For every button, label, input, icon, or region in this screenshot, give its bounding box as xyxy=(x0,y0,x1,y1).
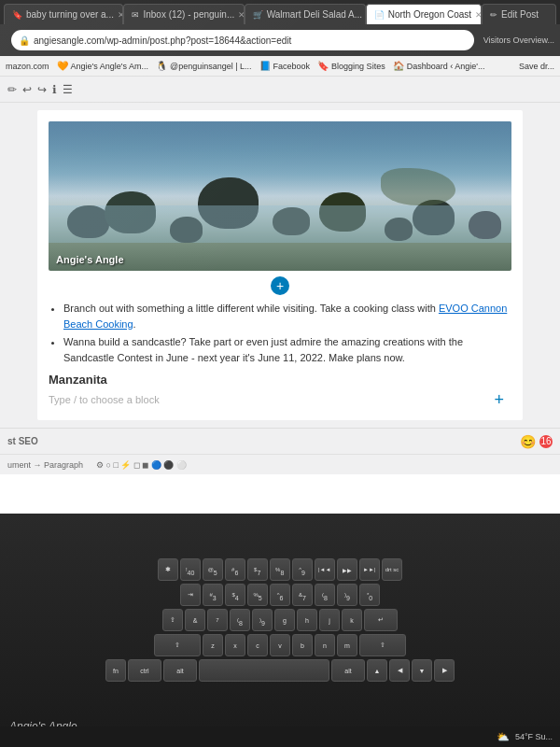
taskbar-right: ⛅ 54°F Su... xyxy=(497,731,553,743)
key-h[interactable]: h xyxy=(297,609,317,631)
bookmark-angies[interactable]: 🧡 Angie's Angle's Am... xyxy=(57,61,148,71)
bullet-text: Wanna build a sandcastle? Take part or e… xyxy=(63,336,463,363)
bookmark-label: @penguinsangel | L... xyxy=(170,62,252,71)
key-y[interactable]: (8 xyxy=(315,584,335,606)
tab-icon: 🔖 xyxy=(12,10,22,20)
address-bar[interactable]: 🔒 angiesangle.com/wp-admin/post.php?post… xyxy=(11,30,474,50)
key-alt-left[interactable]: alt xyxy=(163,659,197,682)
weather-icon: ⛅ xyxy=(497,731,510,743)
tab-edit-post[interactable]: ✏ Edit Post xyxy=(482,4,556,24)
bookmark-label: mazon.com xyxy=(6,62,49,71)
bookmark-dashboard[interactable]: 🏠 Dashboard ‹ Angie'... xyxy=(393,61,485,71)
key-g[interactable]: g xyxy=(274,609,295,631)
key-d[interactable]: (8 xyxy=(230,609,250,631)
seo-bar: st SEO 😊 16 xyxy=(0,428,560,454)
add-block-button[interactable]: + xyxy=(271,276,289,295)
key-f[interactable]: )9 xyxy=(252,609,273,631)
key-q[interactable]: #3 xyxy=(203,584,223,606)
info-icon[interactable]: ℹ xyxy=(52,83,57,96)
key-r[interactable]: ^6 xyxy=(270,584,290,606)
tab-oregon-coast[interactable]: 📄 North Oregon Coast ✕ xyxy=(366,4,482,24)
redo-icon[interactable]: ↪ xyxy=(37,83,47,96)
key-down[interactable]: ▼ xyxy=(412,659,432,682)
tab-icon: ✉ xyxy=(132,10,139,20)
bookmark-blogging[interactable]: 🔖 Blogging Sites xyxy=(317,61,385,71)
hero-label: Angie's Angle xyxy=(56,254,124,265)
key-v[interactable]: v xyxy=(270,634,290,656)
key-a[interactable]: & xyxy=(185,609,205,631)
key-n[interactable]: n xyxy=(315,634,335,656)
tab-baby[interactable]: 🔖 baby turning over a... ✕ xyxy=(4,4,123,24)
url-text: angiesangle.com/wp-admin/post.php?post=1… xyxy=(34,35,467,46)
key-right[interactable]: ▶ xyxy=(434,659,455,682)
editor-bottom-bar: ument → Paragraph ⚙ ○ □ ⚡ ◻ ◼ 🔵 ⚫ ⚪ xyxy=(0,454,560,474)
key-b[interactable]: b xyxy=(292,634,313,656)
edit-icon[interactable]: ✏ xyxy=(7,83,17,96)
key-m[interactable]: m xyxy=(337,634,357,656)
bookmark-icon: 🔖 xyxy=(317,61,329,71)
add-block-area: + xyxy=(49,276,511,295)
key-c[interactable]: c xyxy=(247,634,268,656)
key-z[interactable]: z xyxy=(203,634,223,656)
key-u[interactable]: )9 xyxy=(337,584,357,606)
key-i[interactable]: *0 xyxy=(359,584,380,606)
bookmark-penguins[interactable]: 🐧 @penguinsangel | L... xyxy=(156,61,252,71)
key-tab[interactable]: ⇥ xyxy=(180,584,201,606)
key-1[interactable]: !40 xyxy=(180,558,201,581)
key-s[interactable]: 7 xyxy=(207,609,228,631)
key-shift-left[interactable]: ⇧ xyxy=(154,634,201,656)
bookmark-amazon[interactable]: mazon.com xyxy=(6,62,49,71)
tab-walmart[interactable]: 🛒 Walmart Deli Salad A... ✕ xyxy=(245,4,366,24)
visitors-overview: Visitors Overview... xyxy=(483,35,554,45)
tab-inbox[interactable]: ✉ Inbox (12) - penguin... ✕ xyxy=(123,4,244,24)
key-3[interactable]: #6 xyxy=(225,558,245,581)
key-j[interactable]: j xyxy=(319,609,340,631)
key-up[interactable]: ▲ xyxy=(367,659,387,682)
screen: 🔖 baby turning over a... ✕ ✉ Inbox (12) … xyxy=(0,0,560,514)
key-shift-right[interactable]: ⇧ xyxy=(359,634,406,656)
key-tilde[interactable]: ✱ xyxy=(158,558,178,581)
undo-icon[interactable]: ↩ xyxy=(22,83,32,96)
notification-badge: 16 xyxy=(539,435,553,448)
key-caps[interactable]: ⇪ xyxy=(162,609,183,631)
key-enter[interactable]: ↵ xyxy=(364,609,398,631)
tab-label: North Oregon Coast xyxy=(388,9,472,20)
key-fn[interactable]: fn xyxy=(105,659,126,682)
key-space[interactable] xyxy=(199,659,329,682)
heart-icon: 🏠 xyxy=(393,61,404,71)
weather-text: 54°F Su... xyxy=(515,732,553,741)
key-4[interactable]: $7 xyxy=(247,558,268,581)
menu-icon[interactable]: ☰ xyxy=(63,83,73,96)
keyboard-row-5: fn ctrl alt alt ▲ ◀ ▼ ▶ xyxy=(105,659,455,682)
key-6[interactable]: ^9 xyxy=(292,558,313,581)
tab-icon: ✏ xyxy=(490,10,497,20)
key-t[interactable]: &7 xyxy=(292,584,313,606)
bookmark-icon: 🧡 xyxy=(57,61,68,71)
tab-close[interactable]: ✕ xyxy=(475,10,482,20)
key-drtsc[interactable]: drt sc xyxy=(382,558,403,581)
key-left[interactable]: ◀ xyxy=(389,659,410,682)
key-7[interactable]: |◄◄ xyxy=(315,558,335,581)
key-2[interactable]: @5 xyxy=(203,558,223,581)
key-8[interactable]: ▶▶ xyxy=(337,558,357,581)
tab-close[interactable]: ✕ xyxy=(238,10,244,20)
key-e[interactable]: %5 xyxy=(247,584,268,606)
bookmark-label: Dashboard ‹ Angie'... xyxy=(407,62,485,71)
key-w[interactable]: $4 xyxy=(225,584,245,606)
key-k[interactable]: k xyxy=(342,609,362,631)
bookmark-facebook[interactable]: 📘 Facebook xyxy=(259,61,311,71)
floating-add-button[interactable]: + xyxy=(494,390,504,410)
key-9[interactable]: ►►| xyxy=(359,558,380,581)
key-x[interactable]: x xyxy=(225,634,245,656)
browser-chrome: 🔖 baby turning over a... ✕ ✉ Inbox (12) … xyxy=(0,0,560,77)
key-ctrl[interactable]: ctrl xyxy=(128,659,161,682)
bookmarks-bar: mazon.com 🧡 Angie's Angle's Am... 🐧 @pen… xyxy=(0,56,560,77)
key-alt-right[interactable]: alt xyxy=(331,659,365,682)
tab-icon: 📄 xyxy=(374,10,385,20)
key-5[interactable]: %8 xyxy=(270,558,290,581)
lock-icon: 🔒 xyxy=(19,35,30,46)
block-placeholder[interactable]: Type / to choose a block xyxy=(49,390,160,409)
tab-label: Inbox (12) - penguin... xyxy=(143,9,234,20)
save-draft-button[interactable]: Save dr... xyxy=(519,62,554,71)
bullet-item-2: Wanna build a sandcastle? Take part or e… xyxy=(63,334,511,365)
